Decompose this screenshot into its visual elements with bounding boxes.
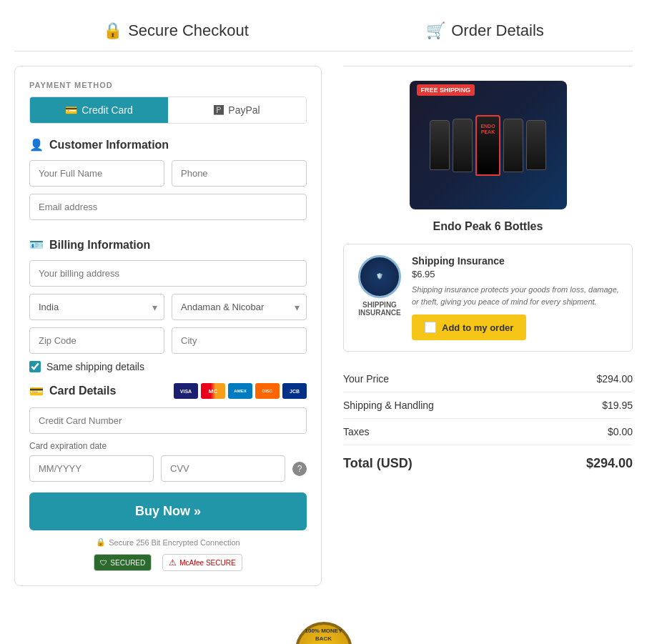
cvv-row: ? [29, 455, 307, 482]
price-value-1: $19.95 [602, 400, 633, 411]
phone-input[interactable] [172, 160, 307, 187]
cvv-help-icon[interactable]: ? [292, 462, 307, 476]
insurance-icon-container: 🛡️ SHIPPING INSURANCE [355, 255, 405, 317]
order-panel: FREE SHIPPING ENDOPEAK [343, 66, 633, 586]
expiry-label: Card expiration date [29, 441, 307, 451]
lock-icon: 🔒 [103, 21, 122, 40]
card-details-header: 💳 Card Details VISA MC AMEX DISC JCB [29, 383, 307, 399]
mcafee-badge: ⚠ McAfee SECURE [162, 554, 242, 571]
billing-info-title: 🪪 Billing Information [29, 238, 307, 252]
price-value-0: $294.00 [596, 373, 633, 385]
credit-card-icon: 💳 [65, 104, 77, 116]
city-input[interactable] [172, 327, 307, 354]
shield-inner-icon: 🛡️ [376, 273, 383, 279]
same-shipping-row: Same shipping details [29, 361, 307, 372]
mastercard-icon: MC [201, 383, 225, 399]
product-bottles-image: FREE SHIPPING ENDOPEAK [410, 81, 567, 209]
price-summary: Your Price $294.00 Shipping & Handling $… [343, 366, 633, 478]
total-label: Total (USD) [343, 456, 413, 471]
secured-badge: 🛡 SECURED [94, 554, 152, 571]
footer: 100% MONEY BACK 60 DAYS GUARAN-TEE We pu… [14, 608, 633, 644]
zip-input[interactable] [29, 327, 164, 354]
product-image-container: FREE SHIPPING ENDOPEAK [343, 81, 633, 209]
payment-panel: PAYMENT METHOD 💳 Credit Card 🅿 PayPal 👤 … [14, 66, 322, 586]
bottle-group: ENDOPEAK [430, 115, 546, 176]
price-row-2: Taxes $0.00 [343, 419, 633, 445]
price-value-2: $0.00 [608, 426, 633, 437]
cart-icon: 🛒 [426, 21, 445, 40]
secure-checkout-title: 🔒 Secure Checkout [103, 21, 249, 40]
billing-address-input[interactable] [29, 260, 307, 287]
product-name: Endo Peak 6 Bottles [343, 220, 633, 233]
add-to-order-button[interactable]: Add to my order [412, 314, 526, 340]
lock-small-icon: 🔒 [96, 538, 106, 547]
bottle-2 [453, 119, 473, 172]
price-row-total: Total (USD) $294.00 [343, 445, 633, 478]
insurance-price: $6.95 [412, 269, 621, 279]
product-display: ENDOPEAK [430, 115, 546, 176]
card-details-title: 💳 Card Details [29, 385, 116, 398]
insurance-box: 🛡️ SHIPPING INSURANCE Shipping Insurance… [343, 244, 633, 352]
insurance-title: Shipping Insurance [412, 255, 621, 267]
insurance-label: SHIPPING INSURANCE [355, 301, 405, 317]
price-row-0: Your Price $294.00 [343, 366, 633, 392]
payment-tabs: 💳 Credit Card 🅿 PayPal [29, 96, 307, 124]
country-select[interactable]: India United States United Kingdom [29, 294, 164, 320]
paypal-tab[interactable]: 🅿 PayPal [168, 97, 306, 123]
free-shipping-badge: FREE SHIPPING [417, 84, 475, 96]
card-icons-group: VISA MC AMEX DISC JCB [174, 383, 307, 399]
credit-card-tab[interactable]: 💳 Credit Card [30, 97, 168, 123]
bottle-1 [430, 120, 450, 170]
state-select-wrapper: Andaman & Nicobar Delhi Mumbai [172, 294, 307, 320]
bottle-label: ENDOPEAK [478, 124, 498, 136]
security-badges: 🛡 SECURED ⚠ McAfee SECURE [29, 554, 307, 571]
insurance-content: Shipping Insurance $6.95 Shipping insura… [412, 255, 621, 340]
insurance-badge: 🛡️ [358, 255, 401, 298]
price-label-1: Shipping & Handling [343, 400, 434, 411]
email-input[interactable] [29, 194, 307, 220]
price-row-1: Shipping & Handling $19.95 [343, 392, 633, 419]
full-name-input[interactable] [29, 160, 164, 187]
bottle-main: ENDOPEAK [475, 115, 500, 176]
country-select-wrapper: India United States United Kingdom [29, 294, 164, 320]
card-number-input[interactable] [29, 407, 307, 434]
id-icon: 🪪 [29, 238, 44, 252]
shield-badge-icon: 🛡 [100, 559, 107, 567]
insurance-description: Shipping insurance protects your goods f… [412, 284, 621, 307]
buy-now-button[interactable]: Buy Now » [29, 492, 307, 530]
total-value: $294.00 [586, 456, 633, 471]
jcb-icon: JCB [282, 383, 307, 399]
state-select[interactable]: Andaman & Nicobar Delhi Mumbai [172, 294, 307, 320]
bottle-4 [526, 120, 546, 170]
order-details-title: 🛒 Order Details [426, 21, 544, 40]
money-back-badge: 100% MONEY BACK 60 DAYS GUARAN-TEE [295, 622, 352, 644]
add-order-checkbox [425, 322, 436, 333]
secure-connection-text: 🔒 Secure 256 Bit Encrypted Connection [29, 538, 307, 547]
insurance-badge-text: 🛡️ [376, 273, 383, 280]
customer-info-title: 👤 Customer Information [29, 138, 307, 152]
discover-icon: DISC [255, 383, 280, 399]
same-shipping-label: Same shipping details [46, 361, 144, 372]
paypal-icon: 🅿 [214, 104, 224, 116]
same-shipping-checkbox[interactable] [29, 361, 41, 372]
payment-method-label: PAYMENT METHOD [29, 81, 307, 89]
payment-card: PAYMENT METHOD 💳 Credit Card 🅿 PayPal 👤 … [14, 66, 322, 586]
amex-icon: AMEX [228, 383, 252, 399]
bottle-3 [503, 119, 523, 172]
money-back-top-text: 100% MONEY BACK [298, 628, 350, 643]
cvv-input[interactable] [161, 455, 285, 482]
visa-icon: VISA [174, 383, 198, 399]
price-label-0: Your Price [343, 373, 389, 385]
card-icon: 💳 [29, 385, 44, 398]
user-icon: 👤 [29, 138, 44, 152]
mcafee-icon: ⚠ [169, 558, 177, 568]
expiry-input[interactable] [29, 455, 154, 482]
price-label-2: Taxes [343, 426, 370, 437]
